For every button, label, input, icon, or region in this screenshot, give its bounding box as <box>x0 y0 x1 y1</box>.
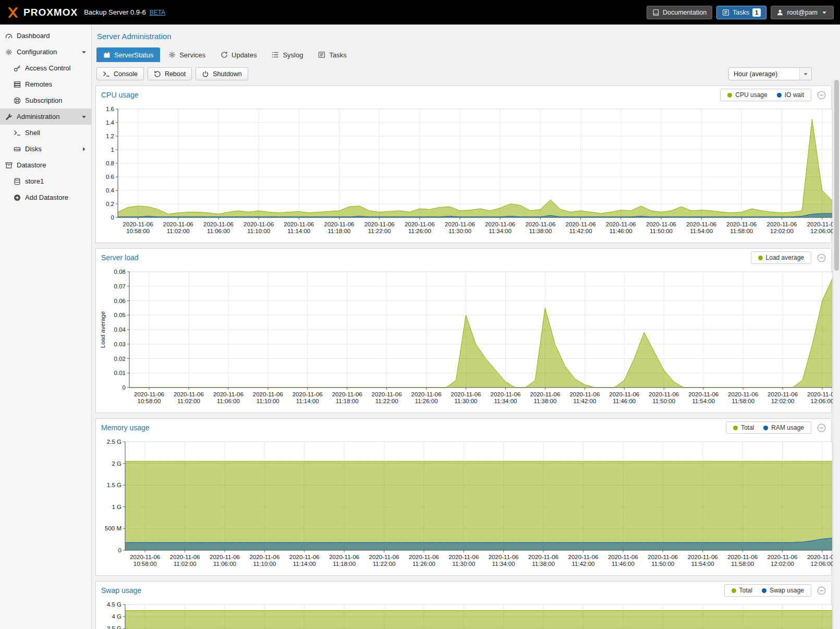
svg-text:0.06: 0.06 <box>114 298 126 304</box>
timeframe-select[interactable]: Hour (average) <box>728 67 812 80</box>
chart-cpu-usage: 00.20.40.60.811.21.41.62020-11-0610:58:0… <box>96 104 831 243</box>
sidebar-item-configuration[interactable]: Configuration <box>0 44 91 60</box>
tab-updates[interactable]: Updates <box>214 47 263 62</box>
svg-text:11:42:00: 11:42:00 <box>572 561 595 567</box>
svg-text:2020-11-06: 2020-11-06 <box>648 554 678 560</box>
scrollbar-thumb[interactable] <box>834 80 839 271</box>
svg-text:2020-11-06: 2020-11-06 <box>807 391 834 397</box>
svg-text:2020-11-06: 2020-11-06 <box>411 391 442 397</box>
beta-link[interactable]: BETA <box>150 9 165 16</box>
panel-title: Memory usage <box>101 424 150 432</box>
svg-text:11:50:00: 11:50:00 <box>652 398 675 404</box>
legend-item-io-wait[interactable]: IO wait <box>777 91 804 99</box>
legend-item-load-average[interactable]: Load average <box>758 254 804 261</box>
sidebar-item-shell[interactable]: Shell <box>0 125 91 141</box>
tab-syslog[interactable]: Syslog <box>265 47 310 62</box>
console-button[interactable]: Console <box>96 67 144 80</box>
documentation-button[interactable]: Documentation <box>647 6 712 19</box>
legend-dot <box>763 426 768 430</box>
svg-text:1.6: 1.6 <box>106 106 114 112</box>
sidebar-item-access-control[interactable]: Access Control <box>0 60 91 76</box>
legend-item-cpu-usage[interactable]: CPU usage <box>727 91 767 99</box>
svg-text:12:02:00: 12:02:00 <box>771 561 794 567</box>
collapse-panel-button[interactable] <box>817 424 826 432</box>
svg-text:2020-11-06: 2020-11-06 <box>767 221 797 227</box>
svg-text:11:18:00: 11:18:00 <box>328 228 351 234</box>
svg-text:12:02:00: 12:02:00 <box>770 228 794 234</box>
tasks-icon <box>722 9 729 16</box>
svg-text:11:58:00: 11:58:00 <box>731 561 754 567</box>
sidebar-item-add-datastore[interactable]: Add Datastore <box>0 189 91 205</box>
svg-text:11:46:00: 11:46:00 <box>610 228 632 234</box>
panel-title: Server load <box>101 253 139 262</box>
svg-text:2020-11-06: 2020-11-06 <box>170 554 200 560</box>
svg-text:11:30:00: 11:30:00 <box>452 561 475 567</box>
user-label: root@pam <box>787 9 818 16</box>
svg-text:1 G: 1 G <box>112 504 121 510</box>
svg-text:11:34:00: 11:34:00 <box>489 228 512 234</box>
legend-dot <box>727 93 732 98</box>
svg-text:0: 0 <box>111 214 114 221</box>
sidebar-item-label: Administration <box>17 113 59 120</box>
panel-server-load: Server loadLoad average00.010.020.030.04… <box>95 248 832 413</box>
legend-item-total[interactable]: Total <box>732 587 752 594</box>
collapse-panel-button[interactable] <box>817 91 826 100</box>
svg-text:11:14:00: 11:14:00 <box>287 228 310 234</box>
reboot-button[interactable]: Reboot <box>148 67 192 80</box>
svg-text:11:26:00: 11:26:00 <box>412 561 435 567</box>
legend-item-swap-usage[interactable]: Swap usage <box>762 587 804 594</box>
svg-text:11:34:00: 11:34:00 <box>494 398 517 404</box>
sidebar-item-administration[interactable]: Administration <box>0 108 91 125</box>
svg-text:2020-11-06: 2020-11-06 <box>688 554 718 560</box>
svg-text:2020-11-06: 2020-11-06 <box>528 554 558 560</box>
svg-text:10:58:00: 10:58:00 <box>138 398 161 404</box>
svg-text:2.5 G: 2.5 G <box>107 439 121 445</box>
collapse-panel-button[interactable] <box>817 253 826 262</box>
sidebar-item-label: Access Control <box>25 64 70 72</box>
version-text: Backup Server 0.9-6 <box>84 8 146 16</box>
key-icon <box>13 65 21 72</box>
disk-icon <box>13 146 21 153</box>
svg-text:2020-11-06: 2020-11-06 <box>369 554 399 560</box>
sidebar-item-label: Configuration <box>17 48 57 56</box>
legend: TotalSwap usage <box>724 584 811 597</box>
sidebar-item-disks[interactable]: Disks <box>0 141 91 157</box>
svg-text:2020-11-06: 2020-11-06 <box>372 391 402 397</box>
user-menu-button[interactable]: root@pam <box>771 6 834 19</box>
caret-right-icon <box>80 146 88 153</box>
tab-services[interactable]: Services <box>162 47 212 62</box>
svg-text:11:18:00: 11:18:00 <box>333 561 356 567</box>
chart-swap-usage: 0500 M1 G1.5 G2 G2.5 G3 G3.5 G4 G4.5 G20… <box>96 599 831 629</box>
sidebar-item-datastore[interactable]: Datastore <box>0 157 91 173</box>
sidebar-item-store1[interactable]: store1 <box>0 173 91 189</box>
svg-text:2020-11-06: 2020-11-06 <box>646 221 676 227</box>
scrollbar[interactable] <box>833 78 839 629</box>
svg-text:1.4: 1.4 <box>106 119 115 126</box>
svg-text:2020-11-06: 2020-11-06 <box>525 221 555 227</box>
shutdown-button[interactable]: Shutdown <box>196 67 248 80</box>
legend-item-total[interactable]: Total <box>733 424 754 431</box>
header-actions: Documentation Tasks 1 root@pam <box>647 6 834 19</box>
collapse-panel-button[interactable] <box>817 586 826 595</box>
svg-text:11:06:00: 11:06:00 <box>207 228 230 234</box>
svg-text:11:42:00: 11:42:00 <box>569 228 592 234</box>
svg-text:4.5 G: 4.5 G <box>107 601 121 608</box>
svg-text:11:46:00: 11:46:00 <box>613 398 636 404</box>
legend-item-ram-usage[interactable]: RAM usage <box>763 424 804 431</box>
svg-text:2020-11-06: 2020-11-06 <box>568 554 599 560</box>
toolbar-buttons: ConsoleRebootShutdown <box>96 67 248 80</box>
toolbar-button-label: Reboot <box>165 70 186 78</box>
svg-text:2020-11-06: 2020-11-06 <box>163 221 193 227</box>
svg-text:2020-11-06: 2020-11-06 <box>807 221 834 227</box>
svg-text:11:34:00: 11:34:00 <box>492 561 515 567</box>
sidebar-item-remotes[interactable]: Remotes <box>0 76 91 92</box>
svg-text:11:38:00: 11:38:00 <box>533 398 556 404</box>
sidebar-item-subscription[interactable]: Subscription <box>0 92 91 108</box>
sidebar-item-dashboard[interactable]: Dashboard <box>0 28 91 44</box>
tab-serverstatus[interactable]: ServerStatus <box>96 47 160 62</box>
svg-text:11:14:00: 11:14:00 <box>293 561 316 567</box>
svg-text:2020-11-06: 2020-11-06 <box>213 391 244 397</box>
tasks-button[interactable]: Tasks 1 <box>716 6 766 19</box>
tab-tasks[interactable]: Tasks <box>311 47 353 62</box>
svg-text:10:58:00: 10:58:00 <box>133 561 157 567</box>
